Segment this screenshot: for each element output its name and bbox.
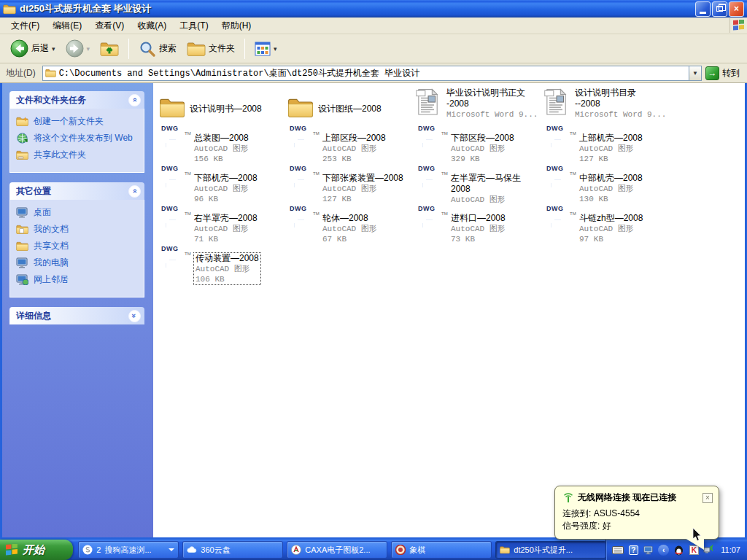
sogou-browser-icon xyxy=(82,545,93,555)
menu-edit[interactable]: 编辑(E) xyxy=(46,18,88,34)
create-new-folder-link[interactable]: 创建一个新文件夹 xyxy=(16,116,140,127)
cloud-icon xyxy=(187,545,197,555)
balloon-signal-strength: 信号强度: 好 xyxy=(562,520,713,532)
collapse-chevron-icon[interactable]: » xyxy=(128,185,141,198)
sidebar-item-network-places[interactable]: 网上邻居 xyxy=(16,274,140,285)
back-button[interactable]: 后退 ▾ xyxy=(6,37,60,60)
back-dropdown-icon[interactable]: ▾ xyxy=(52,45,55,52)
file-tile[interactable]: DWG TM 进料口—2008 AutoCAD 图形 73 KB xyxy=(414,211,543,252)
main-area: 文件和文件夹任务 » 创建一个新文件夹 将这个文件夹发布到 Web 共享此文件夹 xyxy=(0,83,747,540)
menu-file[interactable]: 文件(F) xyxy=(4,18,46,34)
my-documents-icon xyxy=(16,224,28,235)
expand-chevron-icon[interactable]: » xyxy=(128,310,141,322)
close-button[interactable]: × xyxy=(729,1,744,17)
task-pane-sidebar: 文件和文件夹任务 » 创建一个新文件夹 将这个文件夹发布到 Web 共享此文件夹 xyxy=(0,83,153,540)
new-folder-icon xyxy=(16,116,28,127)
word-document-icon xyxy=(416,88,442,118)
window-folder-icon xyxy=(3,4,16,15)
restore-icon xyxy=(716,6,723,12)
network-places-icon xyxy=(16,274,28,285)
taskbar-item-current-folder[interactable]: dt250斗式提升... xyxy=(496,542,605,558)
forward-button[interactable]: ▾ xyxy=(61,37,95,60)
folders-button[interactable]: 文件夹 xyxy=(182,39,239,59)
panel-details: 详细信息 » xyxy=(9,307,144,324)
panel-other-places: 其它位置 » 桌面 我的文档 共享文档 我的电脑 xyxy=(9,182,144,298)
wireless-network-tray-icon[interactable] xyxy=(703,544,715,556)
folders-label: 文件夹 xyxy=(209,42,235,55)
task-group-caret-icon[interactable] xyxy=(169,548,174,551)
menu-tools[interactable]: 工具(T) xyxy=(173,18,214,34)
help-tray-icon[interactable]: ? xyxy=(627,544,639,556)
address-path[interactable]: C:\Documents and Settings\Administrator\… xyxy=(59,67,689,79)
up-button[interactable] xyxy=(96,38,123,60)
display-settings-icon[interactable] xyxy=(643,544,654,556)
balloon-title: 无线网络连接 现在已连接 xyxy=(578,491,699,504)
task-label: 搜狗高速浏... xyxy=(104,545,151,556)
sidebar-item-my-computer[interactable]: 我的电脑 xyxy=(16,257,140,268)
task-group-count: 2 xyxy=(96,545,101,554)
share-folder-link[interactable]: 共享此文件夹 xyxy=(16,149,140,160)
folder-icon xyxy=(287,97,314,121)
mouse-cursor xyxy=(692,528,703,542)
sidebar-item-my-documents[interactable]: 我的文档 xyxy=(16,224,140,235)
taskbar-item-sogou[interactable]: 2 搜狗高速浏... xyxy=(79,542,178,558)
taskbar: 开始 2 搜狗高速浏... 360云盘 CAXA电子图板2... 象棋 dt25… xyxy=(0,540,747,560)
share-folder-icon xyxy=(16,149,28,160)
go-label: 转到 xyxy=(722,67,740,79)
desktop-icon xyxy=(16,207,28,218)
menu-view[interactable]: 查看(V) xyxy=(88,18,131,34)
forward-dropdown-icon: ▾ xyxy=(87,45,90,52)
start-button[interactable]: 开始 xyxy=(0,540,73,560)
taskbar-item-360cloud[interactable]: 360云盘 xyxy=(183,542,282,558)
taskbar-item-caxa[interactable]: CAXA电子图板2... xyxy=(287,542,387,558)
panel-title: 详细信息 xyxy=(16,310,51,322)
input-method-keyboard-icon[interactable] xyxy=(612,544,624,556)
menu-help[interactable]: 帮助(H) xyxy=(215,18,258,34)
start-label: 开始 xyxy=(23,543,44,557)
task-label: 象棋 xyxy=(409,545,425,556)
search-button[interactable]: 搜索 xyxy=(134,38,181,60)
address-input[interactable]: C:\Documents and Settings\Administrator\… xyxy=(42,66,702,81)
folder-icon xyxy=(500,545,510,555)
windows-flag-icon xyxy=(6,544,18,556)
window-titlebar: dt250斗式提升机全套 毕业设计 × xyxy=(0,0,747,18)
qq-icon[interactable] xyxy=(673,544,684,556)
go-button[interactable]: → 转到 xyxy=(705,66,744,80)
views-button[interactable]: ▾ xyxy=(250,39,282,58)
minimize-button[interactable] xyxy=(695,1,711,17)
address-label: 地址(D) xyxy=(3,67,39,79)
file-tile[interactable]: DWG TM 轮体—2008 AutoCAD 图形 67 KB xyxy=(286,211,414,252)
system-tray: ? ‹ K 11:07 xyxy=(605,540,747,560)
back-label: 后退 xyxy=(31,42,49,55)
collapse-chevron-icon[interactable]: » xyxy=(128,94,141,106)
caxa-icon xyxy=(291,545,301,555)
search-label: 搜索 xyxy=(159,42,177,55)
wireless-icon xyxy=(562,493,574,503)
file-tile[interactable]: DWG TM 斗链zh型—2008 AutoCAD 图形 97 KB xyxy=(543,211,671,252)
shared-documents-icon xyxy=(16,241,28,252)
sidebar-item-desktop[interactable]: 桌面 xyxy=(16,207,140,218)
go-arrow-icon: → xyxy=(705,66,719,80)
balloon-close-icon[interactable]: × xyxy=(703,493,713,503)
menu-favorites[interactable]: 收藏(A) xyxy=(131,18,173,34)
window-title: dt250斗式提升机全套 毕业设计 xyxy=(20,2,695,15)
address-dropdown-button[interactable]: ▼ xyxy=(689,66,701,80)
file-tile-selected[interactable]: DWG TM 传动装置—2008 AutoCAD 图形 106 KB xyxy=(158,252,286,292)
folders-icon xyxy=(187,41,206,57)
panel-other-places-header[interactable]: 其它位置 » xyxy=(9,182,144,200)
back-icon xyxy=(10,39,28,58)
views-dropdown-icon[interactable]: ▾ xyxy=(274,45,277,52)
publish-folder-web-link[interactable]: 将这个文件夹发布到 Web xyxy=(16,133,140,144)
panel-file-tasks: 文件和文件夹任务 » 创建一个新文件夹 将这个文件夹发布到 Web 共享此文件夹 xyxy=(9,91,144,173)
forward-icon xyxy=(66,39,84,58)
panel-title: 文件和文件夹任务 xyxy=(16,94,86,106)
restore-button[interactable] xyxy=(712,1,727,17)
sidebar-item-shared-documents[interactable]: 共享文档 xyxy=(16,241,140,252)
toolbar-separator xyxy=(128,39,129,59)
panel-file-tasks-header[interactable]: 文件和文件夹任务 » xyxy=(9,91,144,109)
taskbar-item-chess[interactable]: 象棋 xyxy=(392,542,491,558)
panel-details-header[interactable]: 详细信息 » xyxy=(9,307,144,324)
hide-tray-icons-chevron-icon[interactable]: ‹ xyxy=(658,545,669,556)
file-list-area: 设计说明书—2008 设计图纸—2008 毕业设计说明书正文 -2008 Mic… xyxy=(153,83,747,540)
views-icon xyxy=(255,42,271,56)
